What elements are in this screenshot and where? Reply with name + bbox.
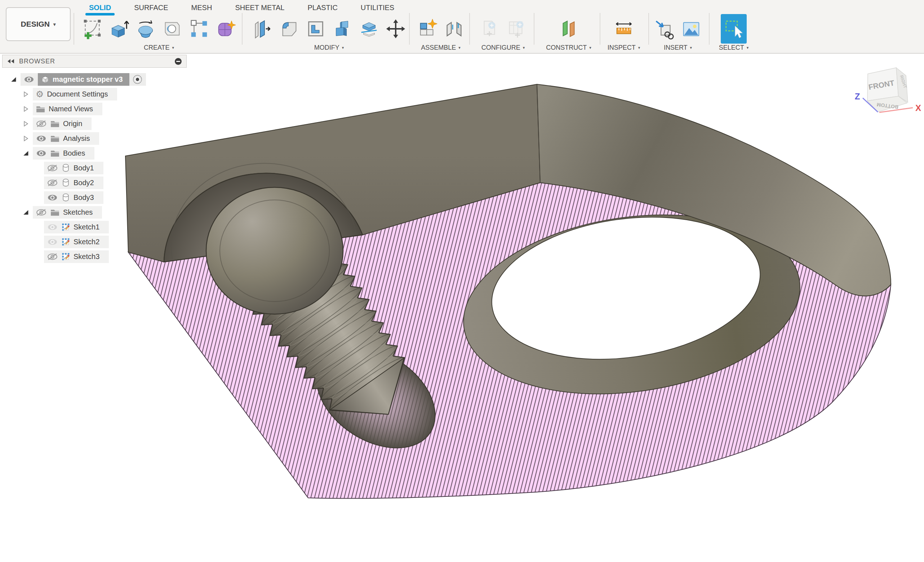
group-label[interactable]: ASSEMBLE bbox=[421, 44, 456, 51]
browser-row-label: Document Settings bbox=[47, 90, 108, 98]
tool-move-button[interactable] bbox=[384, 15, 408, 42]
tool-new-component-button[interactable] bbox=[415, 15, 440, 42]
tool-extrude-button[interactable] bbox=[106, 15, 131, 42]
browser-row-magnetic-stopper-v3[interactable]: magnetic stopper v3 bbox=[10, 73, 146, 86]
group-label[interactable]: INSPECT bbox=[608, 44, 636, 51]
viewcube[interactable]: FRONT BOTTOM RIGHT Z X bbox=[855, 68, 921, 113]
tool-create-sketch-button[interactable] bbox=[80, 15, 105, 42]
tool-press-pull-button[interactable] bbox=[250, 15, 274, 42]
workspace-label: DESIGN bbox=[21, 20, 50, 28]
browser-row-strip: Sketches bbox=[33, 206, 102, 219]
expand-node-icon[interactable] bbox=[22, 106, 29, 112]
toolbar-divider bbox=[534, 13, 534, 45]
visibility-eye-icon[interactable] bbox=[36, 208, 47, 216]
browser-row-body1[interactable]: Body1 bbox=[44, 162, 104, 174]
toolbar-divider bbox=[648, 13, 649, 45]
workspace-switcher[interactable]: DESIGN ▾ bbox=[6, 7, 70, 41]
group-label[interactable]: INSERT bbox=[664, 44, 688, 51]
browser-row-label: Sketch3 bbox=[74, 253, 99, 261]
expand-node-icon[interactable] bbox=[22, 135, 29, 142]
hole-icon bbox=[161, 18, 183, 40]
shell-icon bbox=[304, 18, 327, 40]
browser-row-origin[interactable]: Origin bbox=[22, 117, 92, 130]
sketch-icon bbox=[61, 223, 70, 232]
activate-component-radio[interactable] bbox=[133, 75, 142, 84]
x-axis-label: X bbox=[915, 103, 921, 113]
tool-select-button[interactable] bbox=[721, 14, 747, 43]
browser-row-analysis[interactable]: Analysis bbox=[22, 132, 99, 145]
expand-node-icon[interactable] bbox=[22, 120, 29, 127]
configuration-icon bbox=[478, 18, 501, 40]
tool-combine-button[interactable] bbox=[330, 15, 355, 42]
expand-node-icon[interactable] bbox=[22, 91, 29, 97]
collapse-node-icon[interactable] bbox=[22, 209, 29, 216]
browser-row-strip: Body3 bbox=[44, 191, 104, 204]
browser-row-body2[interactable]: Body2 bbox=[44, 177, 104, 189]
visibility-eye-icon[interactable] bbox=[23, 76, 34, 83]
folder-icon bbox=[50, 120, 60, 128]
remove-panel-icon[interactable] bbox=[174, 58, 182, 65]
visibility-eye-icon[interactable] bbox=[47, 194, 58, 201]
visibility-eye-icon[interactable] bbox=[47, 253, 58, 261]
collapse-node-icon[interactable] bbox=[22, 150, 29, 157]
split-body-icon bbox=[358, 18, 380, 40]
browser-row-sketch3[interactable]: Sketch3 bbox=[44, 250, 109, 263]
folder-icon bbox=[36, 105, 45, 113]
measure-icon bbox=[613, 18, 635, 40]
group-label[interactable]: SELECT bbox=[719, 44, 744, 51]
visibility-eye-icon[interactable] bbox=[47, 179, 58, 187]
browser-row-strip: Named Views bbox=[33, 103, 102, 115]
tool-construction-plane-button[interactable] bbox=[556, 15, 581, 42]
toolbar-divider bbox=[409, 13, 410, 45]
visibility-eye-icon[interactable] bbox=[36, 120, 47, 127]
browser-row-label: Sketch1 bbox=[74, 223, 99, 231]
group-label[interactable]: CONFIGURE bbox=[482, 44, 520, 51]
browser-row-label: Analysis bbox=[63, 134, 90, 143]
browser-row-body3[interactable]: Body3 bbox=[44, 191, 104, 204]
visibility-eye-icon[interactable] bbox=[47, 164, 58, 172]
browser-row-sketch1[interactable]: Sketch1 bbox=[44, 221, 109, 234]
construction-plane-icon bbox=[558, 18, 580, 40]
tool-form-button[interactable] bbox=[213, 15, 238, 42]
body-icon bbox=[61, 163, 70, 172]
tool-insert-derive-button[interactable] bbox=[652, 15, 677, 42]
tool-fillet-button[interactable] bbox=[277, 15, 301, 42]
revolve-icon bbox=[134, 18, 157, 40]
browser-row-sketch2[interactable]: Sketch2 bbox=[44, 235, 109, 248]
browser-row-sketches[interactable]: Sketches bbox=[22, 206, 102, 219]
tool-shell-button[interactable] bbox=[303, 15, 328, 42]
chevron-down-icon: ▾ bbox=[172, 45, 174, 50]
visibility-eye-icon[interactable] bbox=[47, 223, 58, 231]
visibility-eye-icon[interactable] bbox=[36, 135, 47, 142]
group-configure: CONFIGURE▾ bbox=[472, 14, 534, 51]
tool-configuration-table-button[interactable] bbox=[504, 15, 529, 42]
tool-measure-button[interactable] bbox=[612, 15, 636, 42]
group-label[interactable]: CONSTRUCT bbox=[546, 44, 587, 51]
create-sketch-icon bbox=[81, 18, 104, 40]
combine-icon bbox=[331, 18, 354, 40]
tool-canvas-button[interactable] bbox=[679, 15, 704, 42]
browser-title: BROWSER bbox=[19, 58, 55, 65]
group-modify: MODIFY▾ bbox=[248, 14, 410, 51]
collapse-panel-icon[interactable] bbox=[7, 59, 15, 64]
group-label[interactable]: MODIFY bbox=[314, 44, 339, 51]
browser-row-strip: Body2 bbox=[44, 177, 104, 189]
browser-row-bodies[interactable]: Bodies bbox=[22, 147, 94, 160]
browser-row-label: Sketch2 bbox=[74, 238, 99, 246]
tool-split-body-button[interactable] bbox=[357, 15, 381, 42]
tool-hole-button[interactable] bbox=[160, 15, 184, 42]
collapse-node-icon[interactable] bbox=[10, 76, 17, 83]
tool-joint-button[interactable] bbox=[442, 15, 466, 42]
screw-head[interactable] bbox=[206, 187, 343, 314]
browser-row-document-settings[interactable]: ⚙Document Settings bbox=[22, 88, 117, 100]
tool-configuration-button[interactable] bbox=[477, 15, 502, 42]
tool-revolve-button[interactable] bbox=[134, 15, 158, 42]
group-label[interactable]: CREATE bbox=[144, 44, 170, 51]
tool-pattern-button[interactable] bbox=[187, 15, 211, 42]
chevron-down-icon: ▾ bbox=[342, 45, 344, 50]
browser-row-named-views[interactable]: Named Views bbox=[22, 103, 102, 115]
select-icon bbox=[723, 18, 745, 40]
visibility-eye-icon[interactable] bbox=[47, 238, 58, 246]
browser-row-strip: Sketch3 bbox=[44, 250, 109, 263]
visibility-eye-icon[interactable] bbox=[36, 150, 47, 157]
